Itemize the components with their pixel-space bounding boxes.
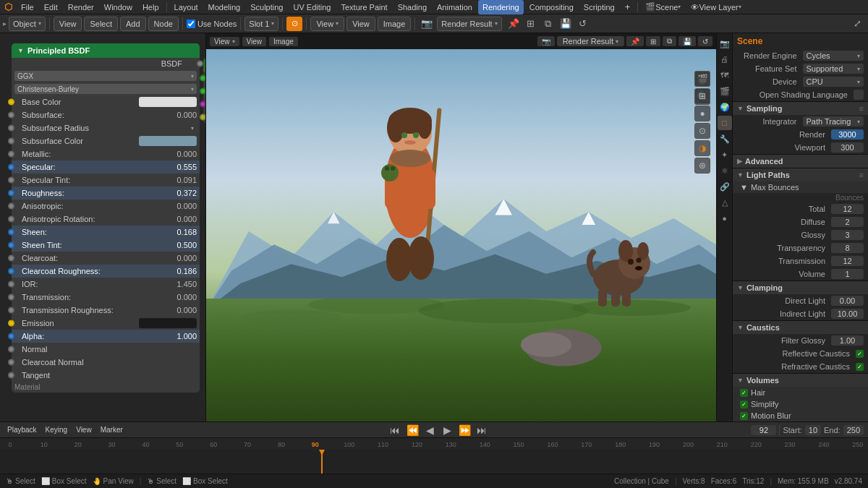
tl-menu-view[interactable]: View (73, 423, 95, 437)
transmission-field[interactable]: 12 (831, 256, 864, 266)
end-frame-field[interactable]: 250 (843, 425, 864, 435)
workspace-sculpting[interactable]: Sculpting (246, 0, 287, 14)
transparency-field[interactable]: 8 (831, 243, 864, 253)
timeline-track[interactable] (0, 450, 868, 474)
socket-clearcoat[interactable] (8, 255, 14, 262)
subsurface-radius-dropdown[interactable]: ▾ (139, 123, 197, 133)
caustics-header[interactable]: ▼ Caustics (733, 321, 868, 334)
object-data-props-icon[interactable]: △ (718, 195, 732, 210)
socket-emission[interactable] (8, 320, 14, 327)
volumes-header[interactable]: ▼ Volumes (733, 374, 868, 387)
overlay-icon[interactable]: ⊙ (694, 123, 710, 139)
direct-light-field[interactable]: 0.00 (831, 296, 864, 306)
add-btn[interactable]: Add (120, 17, 146, 31)
socket-subsurface[interactable] (8, 112, 14, 119)
menu-render[interactable]: Render (64, 0, 98, 14)
tl-menu-marker[interactable]: Marker (98, 423, 126, 437)
render-props-icon[interactable]: 📷 (718, 36, 732, 51)
menu-window[interactable]: Window (100, 0, 137, 14)
camera-view-icon[interactable]: 🎬 (694, 71, 710, 87)
jump-end-btn[interactable]: ⏭ (475, 423, 489, 437)
bsdf-output-socket[interactable] (197, 61, 203, 67)
diffuse-field[interactable]: 2 (831, 217, 864, 227)
field-emission[interactable] (139, 318, 197, 328)
workspace-animation[interactable]: Animation (433, 0, 477, 14)
total-field[interactable]: 12 (831, 204, 864, 214)
mat-out-socket-surface[interactable] (200, 88, 205, 95)
pin-icon[interactable]: 📌 (506, 17, 522, 31)
socket-specular[interactable] (8, 164, 14, 171)
slot-selector[interactable]: Slot 1 ▾ (244, 17, 278, 31)
socket-metallic[interactable] (8, 151, 14, 158)
socket-clearcoat-roughness[interactable] (8, 268, 14, 275)
mat-out-socket-all[interactable] (200, 75, 205, 82)
socket-ior[interactable] (8, 281, 14, 288)
socket-subsurface-color[interactable] (8, 138, 14, 145)
expand-icon[interactable]: ⤢ (849, 17, 865, 31)
menu-file[interactable]: File (17, 0, 38, 14)
workspace-rendering[interactable]: Rendering (478, 0, 524, 14)
socket-transmission-roughness[interactable] (8, 307, 14, 314)
field-base-color[interactable] (139, 97, 197, 107)
socket-specular-tint[interactable] (8, 177, 14, 184)
output-props-icon[interactable]: 🖨 (718, 52, 732, 67)
particles-props-icon[interactable]: ✦ (718, 147, 732, 162)
light-paths-options-btn[interactable]: ≡ (859, 171, 864, 179)
motion-blur-checkbox[interactable]: ✓ (740, 412, 748, 420)
integrator-dropdown[interactable]: Path Tracing ▾ (803, 116, 864, 127)
workspace-modeling[interactable]: Modeling (204, 0, 245, 14)
hair-checkbox[interactable]: ✓ (740, 389, 748, 397)
gizmo-icon[interactable]: ⊛ (694, 158, 710, 174)
render-viewport[interactable]: View ▾ View Image 📷 Render Result ▾ 📌 ⊞ … (206, 33, 716, 421)
socket-alpha[interactable] (8, 333, 14, 340)
current-frame-display[interactable]: 92 (751, 425, 776, 435)
socket-roughness[interactable] (8, 190, 14, 197)
jump-start-btn[interactable]: ⏮ (388, 423, 402, 437)
mat-out-socket-volume[interactable] (200, 101, 205, 108)
socket-transmission[interactable] (8, 294, 14, 301)
vp-pin-btn[interactable]: 📌 (626, 36, 644, 46)
shading-icon[interactable]: ● (694, 106, 710, 121)
use-nodes-toggle[interactable]: Use Nodes (187, 20, 237, 28)
socket-anisotropic-rotation[interactable] (8, 216, 14, 223)
tl-menu-playback[interactable]: Playback (4, 423, 40, 437)
view2-btn[interactable]: View ▾ (310, 17, 344, 31)
sampling-options-btn[interactable]: ≡ (859, 104, 864, 113)
node-btn[interactable]: Node (148, 17, 179, 31)
play-btn[interactable]: ▶ (440, 423, 454, 437)
save-icon[interactable]: 💾 (558, 17, 574, 31)
copy-icon[interactable]: ⧉ (540, 17, 556, 31)
sampling-header[interactable]: ▼ Sampling ≡ (733, 102, 868, 115)
vp-view2-btn[interactable]: View (242, 37, 267, 46)
socket-anisotropic[interactable] (8, 203, 14, 210)
socket-clearcoat-normal[interactable] (8, 359, 14, 366)
socket-base-color[interactable] (8, 99, 14, 106)
view-layer-selector[interactable]: 👁 View Layer ▾ (686, 0, 745, 14)
workspace-uv-editing[interactable]: UV Editing (289, 0, 335, 14)
subsurface-method-selector[interactable]: Christensen-Burley ▾ (14, 84, 197, 94)
principled-bsdf-node[interactable]: ▼ Principled BSDF BSDF ▼ Material Output (12, 43, 200, 393)
select-btn[interactable]: Select (84, 17, 118, 31)
render-icon-btn[interactable]: ⊙ (286, 17, 302, 31)
view3-btn[interactable]: View (346, 17, 375, 31)
vp-camera-icon[interactable]: 📷 (537, 36, 555, 46)
workspace-layout[interactable]: Layout (170, 0, 203, 14)
osi-checkbox[interactable] (854, 90, 864, 100)
device-dropdown[interactable]: CPU ▾ (803, 77, 864, 87)
reflective-caustics-checkbox[interactable]: ✓ (856, 350, 864, 358)
refresh-icon[interactable]: ↺ (575, 17, 591, 31)
advanced-header[interactable]: ▶ Advanced (733, 155, 868, 168)
feature-set-dropdown[interactable]: Supported ▾ (803, 64, 864, 74)
modifier-props-icon[interactable]: 🔧 (718, 132, 732, 146)
socket-sheen[interactable] (8, 229, 14, 236)
workspace-texture-paint[interactable]: Texture Paint (336, 0, 391, 14)
workspace-shading[interactable]: Shading (393, 0, 431, 14)
simplify-sub-header[interactable]: ✓ Simplify (733, 398, 868, 410)
hair-sub-header[interactable]: ✓ Hair (733, 387, 868, 398)
grid-view-icon[interactable]: ⊞ (694, 88, 710, 104)
indirect-light-field[interactable]: 10.00 (831, 309, 864, 319)
light-paths-header[interactable]: ▼ Light Paths ≡ (733, 168, 868, 181)
tl-menu-keying[interactable]: Keying (43, 423, 71, 437)
socket-normal[interactable] (8, 346, 14, 353)
volume-field[interactable]: 1 (831, 269, 864, 279)
